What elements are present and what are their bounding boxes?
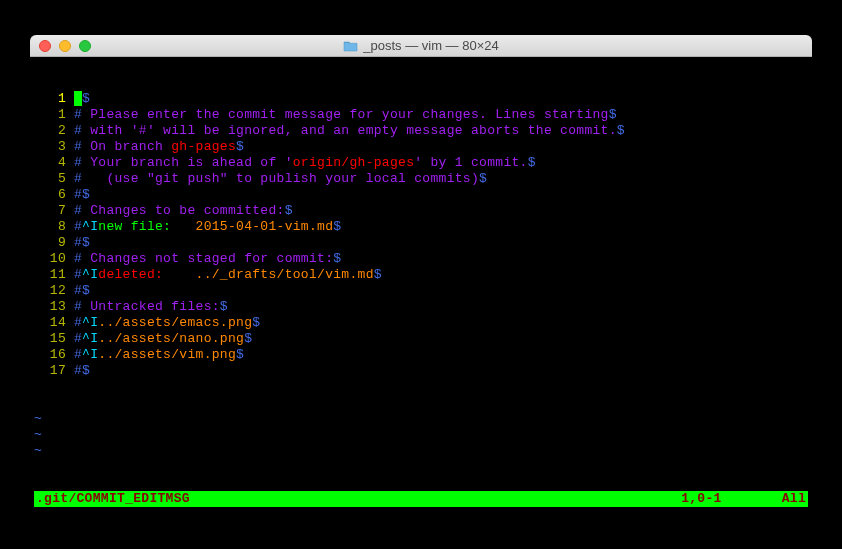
titlebar[interactable]: _posts — vim — 80×24 bbox=[30, 35, 812, 57]
tilde-icon: ~ bbox=[34, 427, 42, 443]
line-content[interactable]: #^Inew file: 2015-04-01-vim.md$ bbox=[74, 219, 341, 235]
line-number: 6 bbox=[34, 187, 74, 203]
editor-line[interactable]: 8#^Inew file: 2015-04-01-vim.md$ bbox=[34, 219, 808, 235]
line-content[interactable]: # Changes not staged for commit:$ bbox=[74, 251, 341, 267]
tilde-icon: ~ bbox=[34, 411, 42, 427]
editor-line[interactable]: 4# Your branch is ahead of 'origin/gh-pa… bbox=[34, 155, 808, 171]
line-content[interactable]: #^Ideleted: ../_drafts/tool/vim.md$ bbox=[74, 267, 382, 283]
line-number: 3 bbox=[34, 139, 74, 155]
empty-line: ~ bbox=[34, 443, 808, 459]
line-number: 12 bbox=[34, 283, 74, 299]
terminal-window: _posts — vim — 80×24 1 $1# Please enter … bbox=[30, 35, 812, 549]
line-number: 1 bbox=[34, 107, 74, 123]
editor-line[interactable]: 17#$ bbox=[34, 363, 808, 379]
status-percent: All bbox=[782, 491, 806, 507]
line-number: 15 bbox=[34, 331, 74, 347]
line-number: 10 bbox=[34, 251, 74, 267]
line-content[interactable]: # (use "git push" to publish your local … bbox=[74, 171, 487, 187]
line-content[interactable]: #$ bbox=[74, 283, 90, 299]
line-number: 4 bbox=[34, 155, 74, 171]
command-line[interactable] bbox=[34, 539, 808, 549]
editor-line[interactable]: 13# Untracked files:$ bbox=[34, 299, 808, 315]
line-number: 2 bbox=[34, 123, 74, 139]
editor-line[interactable]: 1 $ bbox=[34, 91, 808, 107]
editor-line[interactable]: 3# On branch gh-pages$ bbox=[34, 139, 808, 155]
folder-icon bbox=[343, 40, 358, 52]
line-content[interactable]: #$ bbox=[74, 187, 90, 203]
window-title: _posts — vim — 80×24 bbox=[30, 38, 812, 53]
line-number: 7 bbox=[34, 203, 74, 219]
line-content[interactable]: #^I../assets/emacs.png$ bbox=[74, 315, 260, 331]
window-title-text: _posts — vim — 80×24 bbox=[363, 38, 498, 53]
line-content[interactable]: # Your branch is ahead of 'origin/gh-pag… bbox=[74, 155, 536, 171]
editor-line[interactable]: 5# (use "git push" to publish your local… bbox=[34, 171, 808, 187]
line-number: 16 bbox=[34, 347, 74, 363]
empty-line: ~ bbox=[34, 411, 808, 427]
line-content[interactable]: # with '#' will be ignored, and an empty… bbox=[74, 123, 625, 139]
line-content[interactable]: #^I../assets/vim.png$ bbox=[74, 347, 244, 363]
editor-line[interactable]: 1# Please enter the commit message for y… bbox=[34, 107, 808, 123]
line-content[interactable]: #$ bbox=[74, 235, 90, 251]
line-content[interactable]: # Changes to be committed:$ bbox=[74, 203, 293, 219]
minimize-button[interactable] bbox=[59, 40, 71, 52]
line-number: 9 bbox=[34, 235, 74, 251]
line-number: 17 bbox=[34, 363, 74, 379]
status-file: .git/COMMIT_EDITMSG bbox=[36, 491, 681, 507]
traffic-lights bbox=[30, 40, 91, 52]
editor-line[interactable]: 12#$ bbox=[34, 283, 808, 299]
line-number: 8 bbox=[34, 219, 74, 235]
editor-line[interactable]: 2# with '#' will be ignored, and an empt… bbox=[34, 123, 808, 139]
line-number: 5 bbox=[34, 171, 74, 187]
editor-line[interactable]: 9#$ bbox=[34, 235, 808, 251]
editor-line[interactable]: 7# Changes to be committed:$ bbox=[34, 203, 808, 219]
tilde-icon: ~ bbox=[34, 443, 42, 459]
line-content[interactable]: # On branch gh-pages$ bbox=[74, 139, 244, 155]
line-content[interactable]: # Untracked files:$ bbox=[74, 299, 228, 315]
line-number: 1 bbox=[34, 91, 74, 107]
vim-status-line: .git/COMMIT_EDITMSG 1,0-1 All bbox=[34, 491, 808, 507]
status-position: 1,0-1 bbox=[681, 491, 782, 507]
line-number: 11 bbox=[34, 267, 74, 283]
editor-line[interactable]: 11#^Ideleted: ../_drafts/tool/vim.md$ bbox=[34, 267, 808, 283]
terminal-body[interactable]: 1 $1# Please enter the commit message fo… bbox=[30, 57, 812, 549]
editor-line[interactable]: 16#^I../assets/vim.png$ bbox=[34, 347, 808, 363]
line-content[interactable]: # Please enter the commit message for yo… bbox=[74, 107, 617, 123]
line-number: 14 bbox=[34, 315, 74, 331]
editor-line[interactable]: 15#^I../assets/nano.png$ bbox=[34, 331, 808, 347]
empty-line: ~ bbox=[34, 427, 808, 443]
editor-line[interactable]: 14#^I../assets/emacs.png$ bbox=[34, 315, 808, 331]
line-content[interactable]: $ bbox=[74, 91, 90, 107]
zoom-button[interactable] bbox=[79, 40, 91, 52]
close-button[interactable] bbox=[39, 40, 51, 52]
line-number: 13 bbox=[34, 299, 74, 315]
editor-line[interactable]: 6#$ bbox=[34, 187, 808, 203]
line-content[interactable]: #^I../assets/nano.png$ bbox=[74, 331, 252, 347]
line-content[interactable]: #$ bbox=[74, 363, 90, 379]
editor-line[interactable]: 10# Changes not staged for commit:$ bbox=[34, 251, 808, 267]
